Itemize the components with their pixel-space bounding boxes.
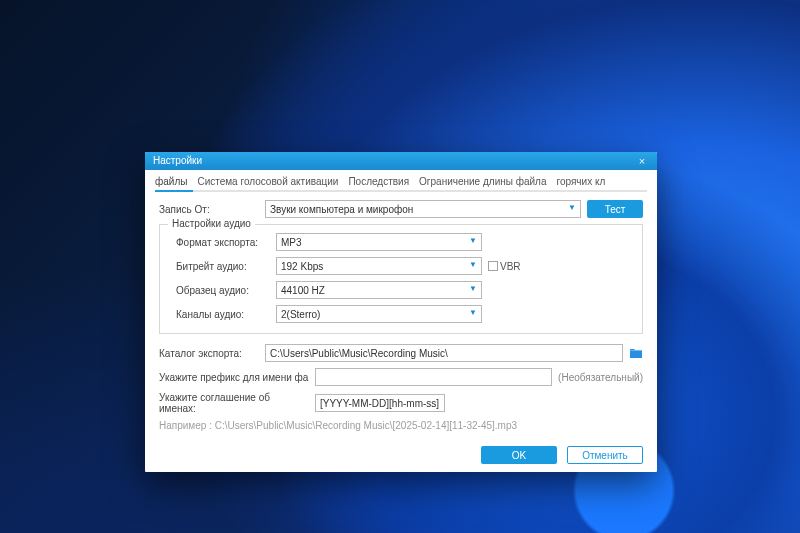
channels-label: Каналы аудио: [170, 309, 270, 320]
audio-settings-group: Настройки аудио Формат экспорта: MP3 Бит… [159, 224, 643, 334]
export-catalog-input[interactable]: C:\Users\Public\Music\Recording Music\ [265, 344, 623, 362]
ok-button[interactable]: OK [481, 446, 557, 464]
window-title: Настройки [153, 152, 631, 170]
bitrate-label: Битрейт аудио: [170, 261, 270, 272]
vbr-label: VBR [500, 261, 521, 272]
dialog-buttons: OK Отменить [145, 440, 657, 472]
cancel-button[interactable]: Отменить [567, 446, 643, 464]
checkbox-icon [488, 261, 498, 271]
sample-select[interactable]: 44100 HZ [276, 281, 482, 299]
close-icon[interactable]: × [631, 154, 653, 168]
naming-input[interactable]: [YYYY-MM-DD][hh-mm-ss] [315, 394, 445, 412]
dialog-body: Запись От: Звуки компьютера и микрофон Т… [145, 192, 657, 440]
titlebar: Настройки × [145, 152, 657, 170]
record-from-select[interactable]: Звуки компьютера и микрофон [265, 200, 581, 218]
tab-hotkeys[interactable]: горячих кл [556, 174, 605, 190]
export-catalog-label: Каталог экспорта: [159, 348, 259, 359]
tab-file-length-limit[interactable]: Ограничение длины файла [419, 174, 546, 190]
vbr-checkbox[interactable]: VBR [488, 261, 521, 272]
prefix-label: Укажите префикс для имени фа [159, 372, 309, 383]
record-from-label: Запись От: [159, 204, 259, 215]
naming-label: Укажите соглашение об именах: [159, 392, 309, 414]
tab-strip: файлы Система голосовой активации Послед… [145, 170, 657, 190]
prefix-input[interactable] [315, 368, 552, 386]
tab-underline [155, 190, 647, 192]
channels-select[interactable]: 2(Sterro) [276, 305, 482, 323]
folder-icon[interactable] [629, 347, 643, 359]
naming-example: Например : C:\Users\Public\Music\Recordi… [159, 420, 643, 431]
tab-files[interactable]: файлы [155, 174, 187, 190]
sample-label: Образец аудио: [170, 285, 270, 296]
prefix-optional: (Необязательный) [558, 372, 643, 383]
export-format-select[interactable]: MP3 [276, 233, 482, 251]
test-button[interactable]: Тест [587, 200, 643, 218]
audio-settings-legend: Настройки аудио [168, 218, 255, 229]
settings-dialog: Настройки × файлы Система голосовой акти… [145, 152, 657, 472]
tab-voice-activation[interactable]: Система голосовой активации [197, 174, 338, 190]
bitrate-select[interactable]: 192 Kbps [276, 257, 482, 275]
export-format-label: Формат экспорта: [170, 237, 270, 248]
tab-effects[interactable]: Последствия [348, 174, 409, 190]
